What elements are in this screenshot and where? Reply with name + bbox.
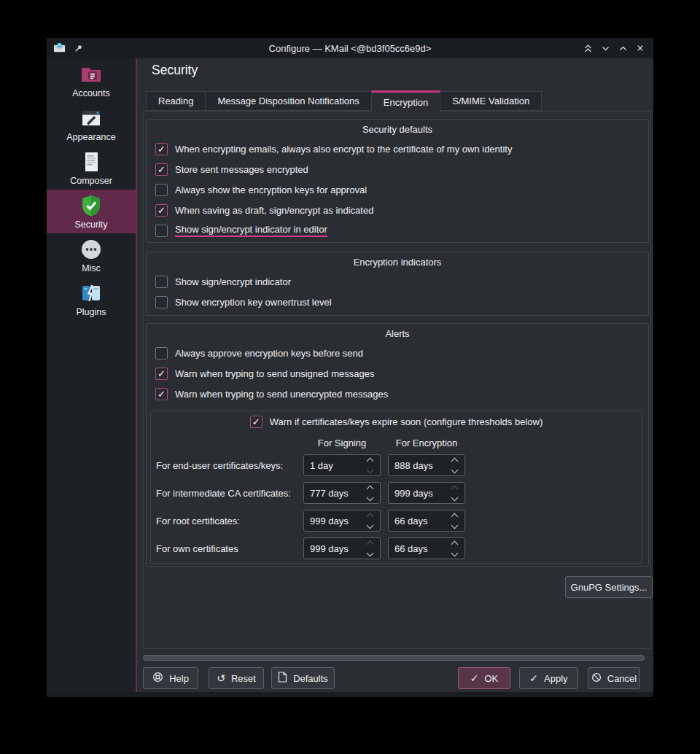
- spin-down-icon[interactable]: [451, 549, 458, 556]
- checkbox[interactable]: [155, 276, 168, 288]
- spin-down-icon[interactable]: [451, 494, 458, 501]
- help-button[interactable]: Help: [143, 667, 198, 689]
- close-icon[interactable]: [634, 42, 647, 55]
- spin-down-icon[interactable]: [451, 466, 458, 473]
- plugins-icon: [79, 281, 103, 305]
- checkbox[interactable]: [155, 225, 168, 237]
- cancel-button[interactable]: Cancel: [588, 667, 640, 689]
- sidebar-item-appearance[interactable]: Appearance: [47, 102, 136, 146]
- checkbox[interactable]: [155, 296, 168, 308]
- check-icon: ✓: [529, 673, 538, 683]
- checkbox[interactable]: [155, 347, 168, 359]
- composer-document-icon: [79, 150, 103, 174]
- checkbox-row[interactable]: Store sent messages encrypted: [147, 159, 648, 179]
- accounts-folder-icon: [79, 63, 103, 86]
- spinbox-value: 999 days: [304, 516, 362, 526]
- apply-button[interactable]: ✓ Apply: [519, 667, 578, 689]
- spinbox-own-signing[interactable]: 999 days: [303, 537, 381, 559]
- minimize-icon[interactable]: [599, 42, 612, 55]
- maximize-icon[interactable]: [616, 42, 629, 55]
- checkbox-row[interactable]: Show sign/encrypt indicator in editor: [147, 220, 648, 241]
- spinbox-root-signing[interactable]: 999 days: [303, 510, 381, 532]
- expiry-thresholds-box: Warn if certificates/keys expire soon (c…: [150, 411, 642, 564]
- reset-undo-icon: ↺: [217, 673, 225, 683]
- pin-icon[interactable]: [71, 42, 85, 55]
- spin-down-icon[interactable]: [366, 521, 373, 529]
- checkbox-label: Always show the encryption keys for appr…: [175, 184, 367, 195]
- window-title: Configure — KMail <@bd3f05cc6e9d>: [47, 43, 653, 54]
- group-encryption-indicators: Encryption indicators Show sign/encrypt …: [146, 252, 649, 316]
- spin-up-icon[interactable]: [451, 485, 458, 492]
- sidebar-item-misc[interactable]: Misc: [47, 233, 136, 277]
- spin-down-icon[interactable]: [366, 549, 373, 556]
- checkbox-row[interactable]: Show sign/encrypt indicator: [147, 271, 648, 292]
- horizontal-scrollbar[interactable]: [143, 655, 645, 661]
- tab-mdn[interactable]: Message Disposition Notifications: [205, 91, 370, 111]
- checkbox-row[interactable]: When saving as draft, sign/encrypt as in…: [147, 200, 648, 220]
- tab-bar: Reading Message Disposition Notification…: [146, 91, 542, 112]
- checkbox[interactable]: [155, 368, 168, 380]
- titlebar[interactable]: Configure — KMail <@bd3f05cc6e9d>: [47, 38, 653, 58]
- checkbox[interactable]: [155, 163, 168, 176]
- spinbox-own-encryption[interactable]: 66 days: [388, 537, 465, 559]
- spinbox-root-encryption[interactable]: 66 days: [388, 510, 465, 532]
- gnupg-settings-button[interactable]: GnuPG Settings...: [565, 576, 653, 598]
- spin-up-icon[interactable]: [366, 540, 373, 548]
- checkbox-row[interactable]: Warn when tryping to send unencrypted me…: [147, 384, 648, 404]
- spinbox-intermediate-signing[interactable]: 777 days: [303, 482, 381, 504]
- sidebar-item-label: Misc: [82, 263, 101, 273]
- checkbox[interactable]: [155, 184, 168, 196]
- tab-reading[interactable]: Reading: [146, 91, 205, 111]
- spin-down-icon[interactable]: [451, 521, 458, 529]
- expiry-warn-row[interactable]: Warn if certificates/keys expire soon (c…: [151, 416, 642, 428]
- checkbox-label: Warn when tryping to send unsigned messa…: [175, 368, 374, 379]
- checkbox-label: When encrypting emails, always also encr…: [175, 144, 512, 155]
- keep-above-icon[interactable]: [581, 42, 594, 55]
- defaults-document-icon: [278, 672, 287, 685]
- spinbox-intermediate-encryption[interactable]: 999 days: [388, 482, 465, 504]
- checkbox-row[interactable]: Show encryption key ownertrust level: [147, 292, 648, 312]
- spin-up-icon[interactable]: [451, 513, 458, 520]
- checkbox-label: Show encryption key ownertrust level: [175, 297, 332, 308]
- group-alerts: Alerts Always approve encryption keys be…: [146, 323, 649, 567]
- checkbox[interactable]: [155, 388, 168, 400]
- spinbox-enduser-encryption[interactable]: 888 days: [388, 454, 465, 476]
- spin-up-icon[interactable]: [366, 485, 373, 492]
- sidebar-item-label: Composer: [70, 176, 112, 186]
- group-title: Alerts: [147, 324, 648, 343]
- spin-up-icon[interactable]: [366, 513, 373, 520]
- sidebar-item-label: Accounts: [72, 88, 109, 98]
- security-shield-icon: [79, 194, 103, 217]
- spin-up-icon[interactable]: [451, 540, 458, 548]
- defaults-button[interactable]: Defaults: [271, 667, 335, 689]
- cancel-slash-icon: [591, 672, 602, 685]
- sidebar-item-security[interactable]: Security: [47, 190, 136, 233]
- ok-button[interactable]: ✓ OK: [458, 667, 510, 689]
- check-icon: ✓: [470, 673, 479, 683]
- checkbox-row[interactable]: When encrypting emails, always also encr…: [147, 139, 648, 159]
- tab-smime-validation[interactable]: S/MIME Validation: [440, 91, 542, 111]
- configure-dialog: Configure — KMail <@bd3f05cc6e9d>: [47, 38, 653, 697]
- spinbox-value: 1 day: [304, 460, 362, 471]
- checkbox-row[interactable]: Warn when tryping to send unsigned messa…: [147, 363, 648, 384]
- checkbox-row[interactable]: Always approve encryption keys before se…: [147, 343, 648, 363]
- spin-down-icon[interactable]: [366, 466, 373, 473]
- spinbox-value: 66 days: [389, 543, 447, 554]
- sidebar-item-plugins[interactable]: Plugins: [47, 277, 136, 321]
- checkbox[interactable]: [250, 416, 262, 428]
- checkbox-label: Warn when tryping to send unencrypted me…: [175, 389, 388, 400]
- reset-button[interactable]: ↺ Reset: [209, 667, 264, 689]
- tab-encryption[interactable]: Encryption: [371, 90, 440, 112]
- sidebar-item-accounts[interactable]: Accounts: [47, 58, 136, 102]
- checkbox-row[interactable]: Always show the encryption keys for appr…: [147, 179, 648, 200]
- misc-dots-icon: [79, 238, 103, 261]
- threshold-row-label: For own certificates: [156, 537, 238, 559]
- checkbox[interactable]: [155, 204, 168, 217]
- spin-down-icon[interactable]: [366, 494, 373, 501]
- spin-up-icon[interactable]: [366, 457, 373, 465]
- spinbox-enduser-signing[interactable]: 1 day: [303, 454, 381, 476]
- checkbox[interactable]: [155, 143, 168, 155]
- sidebar-item-composer[interactable]: Composer: [47, 146, 136, 190]
- spinbox-value: 888 days: [389, 460, 447, 471]
- spin-up-icon[interactable]: [451, 457, 458, 465]
